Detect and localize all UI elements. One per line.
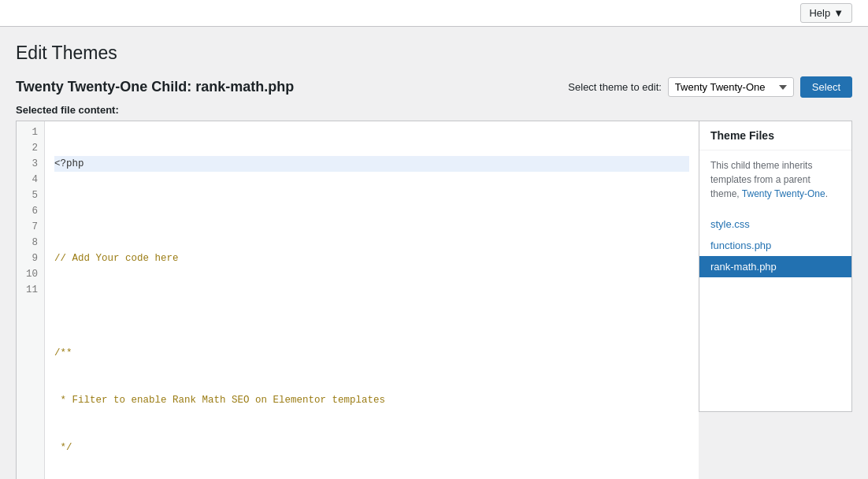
line-numbers: 1 2 3 4 5 6 7 8 9 10 11 [17,121,45,479]
theme-files-panel: Theme Files This child theme inherits te… [699,121,852,412]
code-line-3: // Add Your code here [54,251,689,266]
help-button[interactable]: Help ▼ [800,3,852,23]
page-title: Edit Themes [16,43,852,64]
code-editor[interactable]: 1 2 3 4 5 6 7 8 9 10 11 <?php // Add You… [17,121,699,479]
code-editor-wrapper[interactable]: 1 2 3 4 5 6 7 8 9 10 11 <?php // Add You… [16,121,699,479]
theme-selector-controls: Select theme to edit: Twenty Twenty-One … [568,76,852,98]
help-chevron-icon: ▼ [833,7,844,19]
theme-files-header: Theme Files [699,121,851,150]
code-line-2 [54,203,689,219]
file-title: Twenty Twenty-One Child: rank-math.php [16,79,294,95]
select-button[interactable]: Select [800,76,852,98]
theme-files-desc: This child theme inherits templates from… [699,150,851,209]
theme-selector-row: Twenty Twenty-One Child: rank-math.php S… [16,76,852,98]
code-line-1: <?php [54,156,689,172]
code-line-4 [54,298,689,314]
theme-file-style-css[interactable]: style.css [699,214,851,235]
code-line-6: * Filter to enable Rank Math SEO on Elem… [54,392,689,408]
code-line-7: */ [54,440,689,455]
content-area: 1 2 3 4 5 6 7 8 9 10 11 <?php // Add You… [16,121,852,479]
theme-file-list: style.css functions.php rank-math.php [699,209,851,282]
theme-selector-label: Select theme to edit: [568,81,662,93]
theme-select[interactable]: Twenty Twenty-One [668,77,794,97]
theme-file-rank-math-php[interactable]: rank-math.php [699,256,851,277]
help-label: Help [809,7,830,19]
code-content[interactable]: <?php // Add Your code here /** * Filter… [45,121,699,479]
theme-file-functions-php[interactable]: functions.php [699,235,851,256]
parent-theme-link[interactable]: Twenty Twenty-One [742,188,825,199]
code-line-5: /** [54,345,689,361]
top-bar: Help ▼ [0,0,868,27]
selected-file-label: Selected file content: [16,104,852,116]
